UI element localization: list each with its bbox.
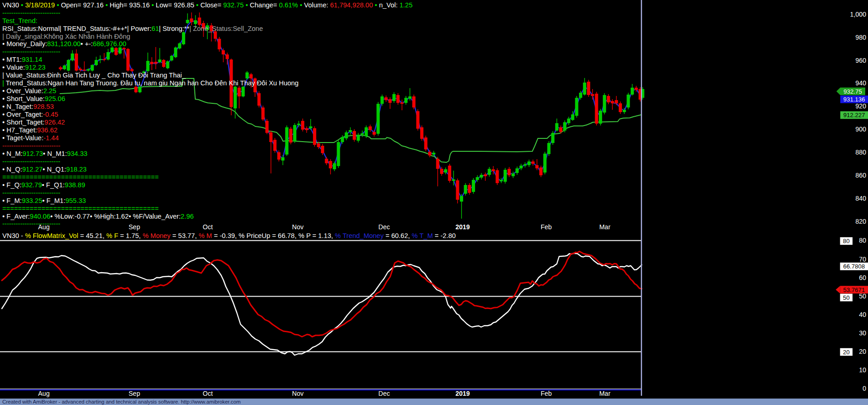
svg-text:900: 900 — [856, 125, 867, 133]
svg-text:==============================: ======================================== — [2, 205, 159, 212]
svg-text:2019: 2019 — [455, 390, 470, 397]
svg-text:• N_Taget:928.53: • N_Taget:928.53 — [2, 103, 54, 110]
svg-text:60: 60 — [859, 274, 866, 281]
svg-text:--------------------------: -------------------------- — [2, 142, 60, 149]
svg-text:• F_M:933.25• F_M1:955.33: • F_M:933.25• F_M1:955.33 — [2, 197, 86, 204]
svg-text:880: 880 — [856, 149, 867, 156]
svg-text:30: 30 — [859, 329, 866, 337]
svg-text:VN30 • 3/18/2019 • Open= 927.1: VN30 • 3/18/2019 • Open= 927.16 • High= … — [2, 1, 412, 9]
svg-text:• N_M:912.73• N_M1:934.33: • N_M:912.73• N_M1:934.33 — [2, 150, 87, 157]
svg-text:860: 860 — [856, 172, 867, 179]
svg-text:10: 10 — [859, 366, 866, 374]
svg-text:Nov: Nov — [292, 390, 304, 397]
svg-text:Aug: Aug — [38, 223, 50, 231]
svg-text:Mar: Mar — [599, 223, 610, 231]
svg-text:VN30 - % FlowMatrix_Vol = 45.2: VN30 - % FlowMatrix_Vol = 45.21, % F = 1… — [2, 232, 456, 239]
svg-text:70: 70 — [859, 256, 866, 263]
svg-text:Oct: Oct — [203, 223, 213, 231]
svg-text:820: 820 — [856, 218, 867, 225]
svg-text:• Money_Daily:831,120.00• +-:6: • Money_Daily:831,120.00• +-:686,976.00 — [2, 40, 127, 48]
svg-text:Nov: Nov — [292, 223, 304, 231]
svg-text:• Short_Value:925.06: • Short_Value:925.06 — [2, 95, 65, 102]
svg-text:--------------------------: -------------------------- — [2, 158, 60, 165]
svg-text:931.136: 931.136 — [844, 96, 865, 103]
svg-text:0: 0 — [862, 385, 866, 392]
svg-text:960: 960 — [856, 57, 867, 64]
svg-text:80: 80 — [859, 237, 866, 244]
svg-text:80: 80 — [843, 238, 850, 244]
svg-text:40: 40 — [859, 311, 866, 318]
svg-text:Aug: Aug — [38, 390, 50, 397]
svg-text:Sep: Sep — [129, 390, 140, 397]
svg-text:Feb: Feb — [541, 223, 552, 231]
svg-text:66.7808: 66.7808 — [843, 263, 865, 270]
svg-text:Dec: Dec — [379, 223, 390, 231]
svg-text:• H7_Taget:936.62: • H7_Taget:936.62 — [2, 126, 58, 134]
svg-text:53.7671: 53.7671 — [843, 286, 865, 293]
svg-text:Mar: Mar — [599, 390, 610, 397]
svg-text:20: 20 — [859, 348, 866, 355]
svg-text:• Taget-Value:-1.44: • Taget-Value:-1.44 — [2, 134, 59, 142]
svg-text:50: 50 — [843, 294, 850, 301]
svg-text:| Value_Status:Đinh Gia Tich L: | Value_Status:Đinh Gia Tich Luy _ Cho T… — [2, 71, 186, 79]
svg-text:Dec: Dec — [379, 390, 390, 397]
svg-text:• F_Q:932.79• F_Q1:938.89: • F_Q:932.79• F_Q1:938.89 — [2, 181, 85, 189]
svg-text:20: 20 — [843, 349, 850, 356]
svg-text:920: 920 — [856, 102, 867, 110]
svg-text:1,000: 1,000 — [850, 11, 866, 18]
svg-text:• F_Aver:940.06• %Low:-0.77• %: • F_Aver:940.06• %Low:-0.77• %High:1.62•… — [2, 213, 194, 220]
svg-text:50: 50 — [859, 292, 866, 300]
svg-text:Test_Trend:: Test_Trend: — [2, 17, 37, 24]
svg-text:• N_Q:912.27• N_Q1:918.23: • N_Q:912.27• N_Q1:918.23 — [2, 166, 87, 173]
svg-text:RSI_Status:Normal| TREND_Statu: RSI_Status:Normal| TREND_Status:-#++*| P… — [2, 25, 263, 32]
svg-text:--------------------------: -------------------------- — [2, 220, 60, 227]
svg-text:2019: 2019 — [455, 223, 470, 231]
svg-text:840: 840 — [856, 195, 867, 202]
svg-text:932.75: 932.75 — [844, 88, 862, 95]
svg-text:Feb: Feb — [541, 390, 552, 397]
svg-text:• Over_Taget:-0.45: • Over_Taget:-0.45 — [2, 111, 58, 118]
svg-text:• Over_Value:2.25: • Over_Value:2.25 — [2, 87, 56, 95]
svg-text:| Daily_singal:Không Xác Nhân: | Daily_singal:Không Xác Nhân Hành Đông — [2, 33, 130, 40]
svg-text:--------------------------: -------------------------- — [2, 48, 60, 55]
svg-text:==============================: ======================================== — [2, 173, 159, 181]
svg-text:--------------------------: -------------------------- — [2, 189, 60, 197]
svg-text:Oct: Oct — [203, 390, 213, 397]
svg-text:| Trend_Status:Ngan Han Tang T: | Trend_Status:Ngan Han Tang Truong. Đâu… — [2, 79, 299, 87]
svg-text:• Value:912.23: • Value:912.23 — [2, 64, 46, 71]
svg-text:940: 940 — [856, 79, 867, 87]
svg-text:• Short_Taget:926.42: • Short_Taget:926.42 — [2, 119, 65, 126]
svg-text:980: 980 — [856, 34, 867, 41]
svg-text:Created with AmiBroker - advan: Created with AmiBroker - advanced charti… — [2, 399, 241, 405]
svg-text:• MT1:931.14: • MT1:931.14 — [2, 56, 42, 63]
svg-text:912.227: 912.227 — [844, 112, 865, 119]
svg-text:Sep: Sep — [129, 223, 140, 231]
svg-text:--------------------------: -------------------------- — [2, 9, 60, 17]
